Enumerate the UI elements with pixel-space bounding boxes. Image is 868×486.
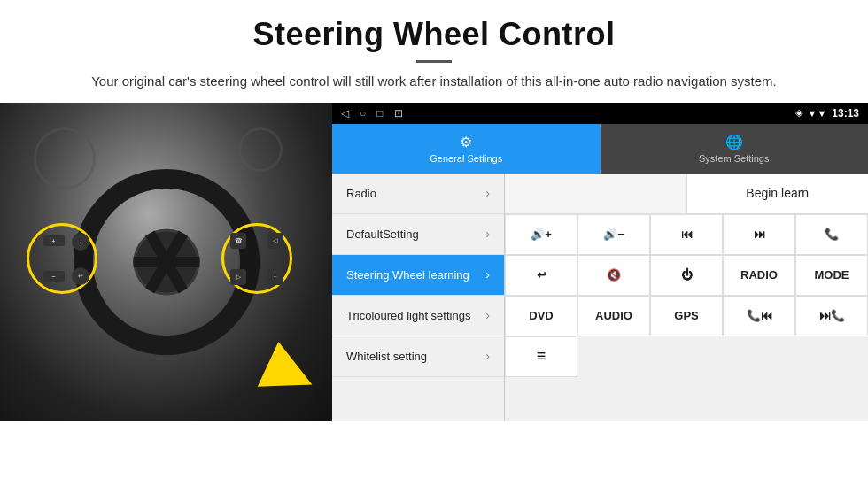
header-description: Your original car's steering wheel contr… [53,72,815,92]
screenshot-icon: ⊡ [394,107,403,120]
menu-item-tricoloured[interactable]: Tricoloured light settings › [332,296,504,336]
audio-button[interactable]: AUDIO [577,296,650,336]
signal-icon: ▼▼ [808,108,827,119]
radio-label: RADIO [740,268,778,282]
page-header: Steering Wheel Control Your original car… [0,0,868,103]
control-bottom-row: ≡ [505,336,868,377]
mute-button[interactable]: 🔇 [577,255,650,296]
menu-radio-label: Radio [346,187,376,200]
volume-down-button[interactable]: 🔊− [577,214,650,255]
controls-section: Begin learn 🔊+ 🔊− ⏮ ⏭ [505,174,868,421]
gps-label: GPS [674,309,698,322]
menu-section: Radio › DefaultSetting › Steering Wheel … [332,174,505,421]
call-prev-button[interactable]: 📞⏮ [723,296,795,336]
menu-whitelist-label: Whitelist setting [346,350,427,363]
volume-down-icon: 🔊− [603,228,624,241]
menu-item-whitelist[interactable]: Whitelist setting › [332,336,504,377]
header-divider [416,60,452,63]
highlight-circle-right: ☎ ◁ ▷ + [221,223,292,294]
dvd-label: DVD [529,309,553,322]
back-icon: ◁ [341,107,349,120]
tab-general-settings[interactable]: ⚙ General Settings [332,124,601,174]
prev-icon: ⏮ [681,228,693,241]
control-empty-slot [505,174,687,213]
mode-button[interactable]: MODE [795,255,868,296]
power-icon: ⏻ [681,268,693,282]
page-title: Steering Wheel Control [53,16,815,53]
radio-button[interactable]: RADIO [723,255,795,296]
next-track-button[interactable]: ⏭ [723,214,795,255]
menu-item-steering-wheel[interactable]: Steering Wheel learning › [332,255,504,296]
control-grid-row2: ↩ 🔇 ⏻ RADIO MODE [505,255,868,296]
dvd-button[interactable]: DVD [505,296,577,336]
chevron-icon: › [485,308,490,322]
gps-button[interactable]: GPS [650,296,723,336]
highlight-circle-left: + − ♪ ↩ [27,223,97,294]
chevron-icon: › [485,227,490,241]
phone-icon: 📞 [825,228,839,241]
chevron-icon: › [485,267,490,282]
location-icon: ◈ [795,107,802,119]
general-settings-icon: ⚙ [460,134,472,150]
call-prev-icon: 📞⏮ [747,309,772,322]
home-icon: ○ [360,107,366,120]
tab-system-settings[interactable]: 🌐 System Settings [601,124,869,174]
status-bar: ◁ ○ □ ⊡ ◈ ▼▼ 13:13 [332,103,868,124]
chevron-icon: › [485,349,490,363]
chevron-icon: › [485,186,490,200]
menu-item-radio[interactable]: Radio › [332,174,504,214]
back-call-icon: ↩ [537,268,546,282]
menu-steering-label: Steering Wheel learning [346,268,469,282]
android-body: Radio › DefaultSetting › Steering Wheel … [332,174,868,421]
main-content: + − ♪ ↩ ☎ ◁ ▷ + ◁ ○ □ ⊡ ◈ [0,103,868,421]
mode-label: MODE [815,268,849,282]
recents-icon: □ [376,107,383,120]
audio-label: AUDIO [595,309,632,322]
next-icon: ⏭ [754,228,765,241]
prev-track-button[interactable]: ⏮ [650,214,723,255]
volume-up-icon: 🔊+ [531,228,552,241]
system-settings-icon: 🌐 [725,134,743,150]
control-grid-row3: DVD AUDIO GPS 📞⏮ ⏭📞 [505,296,868,336]
power-button[interactable]: ⏻ [650,255,723,296]
phone-button[interactable]: 📞 [795,214,868,255]
call-next-button[interactable]: ⏭📞 [795,296,868,336]
menu-tricoloured-label: Tricoloured light settings [346,309,470,322]
tab-bar: ⚙ General Settings 🌐 System Settings [332,124,868,174]
menu-item-default-setting[interactable]: DefaultSetting › [332,214,504,255]
android-panel: ◁ ○ □ ⊡ ◈ ▼▼ 13:13 ⚙ General Settings 🌐 … [332,103,868,421]
begin-learn-button[interactable]: Begin learn [687,174,869,213]
menu-icon-button[interactable]: ≡ [505,336,577,377]
tab-system-label: System Settings [699,153,769,164]
arrow-indicator [266,350,314,399]
status-bar-right: ◈ ▼▼ 13:13 [795,107,859,120]
mute-icon: 🔇 [607,268,621,282]
status-bar-left: ◁ ○ □ ⊡ [341,107,403,120]
back-call-button[interactable]: ↩ [505,255,577,296]
volume-up-button[interactable]: 🔊+ [505,214,577,255]
clock: 13:13 [832,107,859,120]
control-top-row: Begin learn [505,174,868,214]
menu-default-label: DefaultSetting [346,228,419,241]
call-next-icon: ⏭📞 [819,309,845,322]
steering-wheel-image: + − ♪ ↩ ☎ ◁ ▷ + [0,103,332,421]
tab-general-label: General Settings [430,153,502,164]
control-grid-row1: 🔊+ 🔊− ⏮ ⏭ 📞 [505,214,868,255]
menu-lines-icon: ≡ [537,347,546,366]
